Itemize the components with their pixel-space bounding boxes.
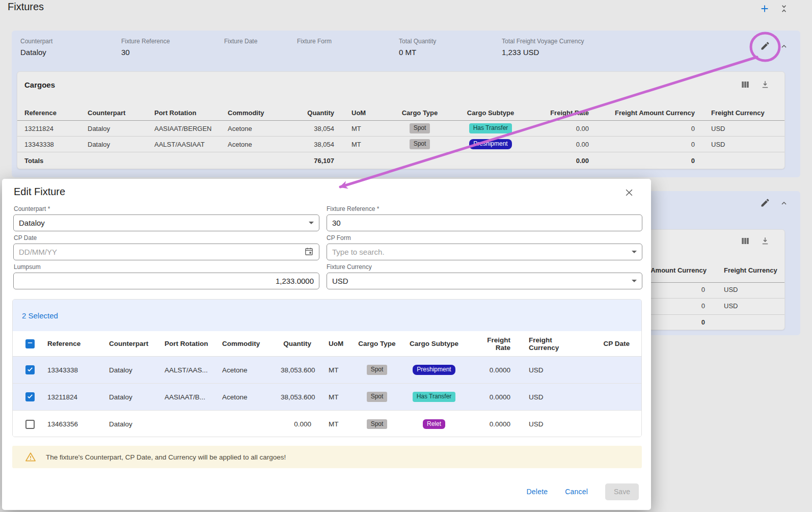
field-value: 1,233 USD bbox=[502, 48, 584, 57]
collapse-panel-button[interactable] bbox=[779, 43, 789, 52]
collapse-all-icon bbox=[779, 3, 789, 16]
dialog-title: Edit Fixture bbox=[14, 186, 65, 198]
pencil-icon bbox=[760, 198, 770, 210]
col-quantity: Quantity bbox=[306, 109, 334, 117]
summary-fixture-form: Fixture Form bbox=[297, 38, 332, 48]
col-port-rotation: Port Rotation bbox=[154, 109, 228, 117]
col-freight-rate: Freight Rate bbox=[471, 336, 510, 352]
cargo-row[interactable]: 13343338 Dataloy AALST/AAS... Acetone 38… bbox=[13, 357, 641, 384]
cell-currency: USD bbox=[724, 302, 738, 310]
col-port-rotation: Port Rotation bbox=[165, 340, 222, 347]
col-freight-rate: Freight Rate bbox=[526, 109, 589, 117]
cp-date-label: CP Date bbox=[14, 234, 37, 241]
edit-fixture-button[interactable] bbox=[760, 198, 771, 209]
lumpsum-input[interactable]: 1,233.0000 bbox=[13, 273, 319, 289]
cargo-row[interactable]: 13211824 Dataloy AASIAAT/BERGEN Acetone … bbox=[17, 121, 784, 137]
selection-table-header: Reference Counterpart Port Rotation Comm… bbox=[13, 331, 641, 357]
chevron-down-icon bbox=[309, 222, 314, 224]
chevron-up-icon bbox=[780, 199, 788, 209]
page-title: Fixtures bbox=[8, 1, 44, 13]
column-settings-button[interactable] bbox=[740, 236, 751, 248]
cargo-subtype-badge: Preshipment bbox=[413, 365, 455, 374]
cargo-type-badge: Spot bbox=[367, 419, 388, 429]
dialog-actions: Delete Cancel Save bbox=[527, 480, 639, 503]
warning-text: The fixture's Counterpart, CP Date, and … bbox=[46, 453, 286, 461]
summary-total-quantity: Total Quantity 0 MT bbox=[399, 38, 436, 57]
fixture-panel: Counterpart Dataloy Fixture Reference 30… bbox=[12, 31, 800, 177]
fixture-currency-select[interactable]: USD bbox=[327, 273, 642, 289]
field-label: Fixture Form bbox=[297, 38, 332, 45]
cancel-button[interactable]: Cancel bbox=[565, 488, 588, 496]
warning-banner: The fixture's Counterpart, CP Date, and … bbox=[12, 446, 642, 468]
row-checkbox[interactable] bbox=[25, 392, 35, 401]
col-freight-currency: Freight Currency bbox=[510, 336, 557, 352]
counterpart-label: Counterpart * bbox=[14, 205, 50, 212]
field-label: Total Freight Voyage Currency bbox=[502, 38, 584, 45]
summary-total-freight: Total Freight Voyage Currency 1,233 USD bbox=[502, 38, 584, 57]
cargoes-card: Cargoes Reference Counterpart Port Rotat… bbox=[17, 71, 785, 169]
cargo-selection-table: 2 Selected Reference Counterpart Port Ro… bbox=[12, 299, 642, 437]
check-icon bbox=[26, 393, 34, 401]
edit-fixture-button[interactable] bbox=[760, 41, 771, 52]
row-checkbox[interactable] bbox=[25, 420, 35, 429]
add-fixture-button[interactable] bbox=[758, 3, 771, 16]
columns-icon bbox=[741, 80, 750, 91]
indeterminate-icon bbox=[26, 339, 34, 348]
cargo-subtype-badge: Has Transfer bbox=[413, 392, 456, 401]
col-freight-currency: Freight Currency bbox=[695, 109, 784, 117]
cell-currency: USD bbox=[724, 286, 738, 293]
col-quantity: Quantity bbox=[281, 340, 311, 347]
warning-icon bbox=[24, 451, 37, 463]
cargo-row[interactable]: 13343338 Dataloy AALST/AASIAAT Acetone 3… bbox=[17, 137, 784, 152]
summary-counterpart: Counterpart Dataloy bbox=[20, 38, 52, 57]
chevron-down-icon bbox=[632, 251, 637, 253]
collapse-panel-button[interactable] bbox=[779, 200, 789, 209]
col-freight-currency: Freight Currency bbox=[724, 266, 777, 274]
delete-button[interactable]: Delete bbox=[527, 488, 548, 496]
summary-fixture-reference: Fixture Reference 30 bbox=[121, 38, 170, 57]
cargo-type-badge: Spot bbox=[410, 139, 430, 149]
field-value: 30 bbox=[121, 48, 170, 57]
field-label: Fixture Date bbox=[224, 38, 257, 45]
cargo-row[interactable]: 13463356 Dataloy 0.000 MT Spot Relet 0.0… bbox=[13, 411, 641, 437]
row-checkbox[interactable] bbox=[25, 365, 35, 374]
cargo-type-badge: Spot bbox=[367, 365, 388, 374]
cargoes-totals-row: Totals 76,107 0.00 0 bbox=[17, 152, 784, 169]
counterpart-select[interactable]: Dataloy bbox=[13, 214, 319, 231]
chevron-up-icon bbox=[780, 42, 788, 52]
close-icon bbox=[624, 187, 634, 200]
col-cargo-subtype: Cargo Subtype bbox=[455, 109, 526, 117]
cp-form-search-select[interactable]: Type to search. bbox=[327, 244, 642, 260]
fixture-reference-label: Fixture Reference * bbox=[327, 205, 379, 212]
select-all-checkbox[interactable] bbox=[25, 339, 35, 348]
pencil-icon bbox=[760, 41, 770, 53]
col-uom: UoM bbox=[334, 109, 384, 117]
save-button[interactable]: Save bbox=[605, 483, 639, 500]
column-settings-button[interactable] bbox=[740, 80, 751, 91]
col-commodity: Commodity bbox=[228, 109, 306, 117]
download-icon bbox=[761, 80, 770, 91]
col-counterpart: Counterpart bbox=[88, 109, 154, 117]
edit-fixture-dialog: Edit Fixture Counterpart * Dataloy Fixtu… bbox=[2, 179, 651, 510]
close-button[interactable] bbox=[624, 188, 635, 199]
col-counterpart: Counterpart bbox=[109, 340, 165, 347]
fixtures-page: Fixtures Counterpart Dataloy Fixture Ref… bbox=[0, 0, 812, 512]
download-button[interactable] bbox=[760, 80, 771, 91]
cargo-subtype-badge: Has Transfer bbox=[469, 123, 512, 133]
collapse-all-button[interactable] bbox=[777, 3, 791, 16]
cargoes-title: Cargoes bbox=[24, 80, 55, 89]
cargoes-table-header: Reference Counterpart Port Rotation Comm… bbox=[17, 105, 784, 121]
calendar-icon[interactable] bbox=[304, 247, 314, 258]
col-freight-amount-currency: Freight Amount Currency bbox=[589, 109, 695, 117]
check-icon bbox=[26, 366, 34, 374]
download-button[interactable] bbox=[760, 236, 771, 248]
fixture-reference-input[interactable]: 30 bbox=[327, 214, 642, 231]
field-value: Dataloy bbox=[20, 48, 52, 57]
cargo-subtype-badge: Relet bbox=[423, 419, 445, 429]
cargo-subtype-badge: Preshipment bbox=[469, 139, 511, 149]
cell-amount: 0 bbox=[701, 286, 705, 293]
lumpsum-label: Lumpsum bbox=[14, 263, 41, 271]
field-value: 0 MT bbox=[399, 48, 436, 57]
cp-date-input[interactable]: DD/MM/YY bbox=[13, 244, 319, 260]
cargo-row[interactable]: 13211824 Dataloy AASIAAT/B... Acetone 38… bbox=[13, 384, 641, 411]
